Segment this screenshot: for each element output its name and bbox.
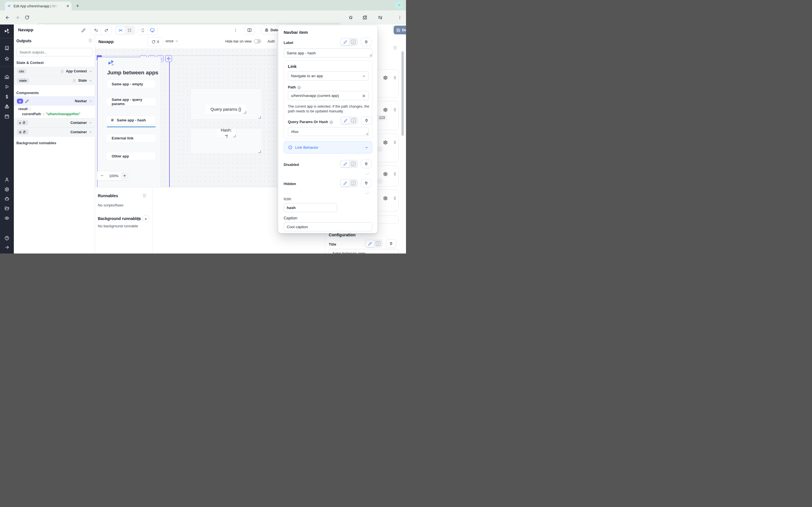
desktop-view-button[interactable] [147, 26, 157, 35]
tab-strip-chevron-button[interactable] [395, 1, 403, 9]
chevron-up-icon[interactable] [89, 99, 92, 104]
connect-button[interactable] [361, 179, 371, 187]
search-outputs-input[interactable] [16, 48, 93, 56]
link-behavior-collapsible[interactable]: Link Behavior [284, 141, 372, 154]
component-row-d[interactable]: d Container [14, 127, 95, 136]
expression-button[interactable]: f [374, 240, 382, 247]
resize-handle[interactable] [370, 54, 372, 57]
nav-item-active[interactable]: Same app - hash [107, 116, 156, 124]
static-value-button[interactable] [341, 161, 349, 167]
connect-button[interactable] [361, 38, 371, 46]
connect-button[interactable] [361, 116, 372, 125]
clear-path-button[interactable] [362, 94, 366, 98]
item-drag-handle[interactable] [393, 75, 397, 80]
redo-button[interactable] [101, 26, 111, 35]
item-settings-button[interactable] [383, 195, 388, 201]
rail-item-users[interactable] [0, 176, 14, 183]
resize-handle[interactable] [366, 133, 368, 135]
resize-handle[interactable] [258, 151, 261, 153]
nav-item[interactable]: Same app - empty [107, 80, 156, 88]
zoom-in-button[interactable]: + [121, 172, 129, 179]
item-settings-button[interactable] [383, 75, 388, 80]
playlist-button[interactable] [376, 13, 384, 21]
item-drag-handle[interactable] [393, 195, 397, 201]
bookmark-button[interactable] [347, 13, 355, 21]
label-input[interactable] [284, 48, 372, 57]
rail-item-runs[interactable] [0, 83, 14, 91]
panel-toggle-icon[interactable] [393, 45, 397, 50]
static-value-button[interactable] [341, 117, 350, 124]
reload-button[interactable] [23, 13, 31, 21]
zoom-out-button[interactable]: − [97, 171, 107, 180]
edit-id-button[interactable] [25, 99, 29, 104]
expression-button[interactable]: f [350, 117, 357, 124]
chevron-down-icon[interactable] [89, 129, 92, 135]
browser-tab[interactable]: Edit App u/henri/navapp | Win ✕ [5, 2, 71, 10]
rail-expand-button[interactable] [0, 244, 14, 251]
resize-handle[interactable] [233, 135, 236, 137]
panel-toggle-icon[interactable] [88, 38, 93, 43]
nav-item[interactable]: External link [107, 134, 156, 142]
output-row-ctx[interactable]: ctx App Context [14, 67, 95, 76]
rail-item-folders[interactable] [0, 205, 14, 212]
undo-button[interactable] [91, 26, 101, 35]
chevron-down-icon[interactable] [89, 78, 92, 83]
browser-menu-button[interactable] [396, 13, 404, 21]
new-tab-button[interactable]: + [74, 2, 81, 10]
icon-input[interactable] [284, 203, 337, 212]
expression-button[interactable]: f [349, 180, 357, 186]
hide-bar-toggle[interactable] [254, 39, 261, 43]
link-kind-select[interactable]: Navigate to an app [288, 71, 369, 80]
rail-item-favorites[interactable] [0, 55, 14, 62]
output-row-state[interactable]: state State [14, 76, 95, 85]
app-canvas[interactable]: a Jump between apps Same app - empty Sam… [95, 48, 277, 187]
expand-canvas-button[interactable] [125, 26, 134, 35]
rail-item-schedules[interactable] [0, 113, 14, 120]
add-background-runnable-button[interactable]: + [142, 215, 149, 222]
query-params-container[interactable]: Query params {} [190, 89, 262, 120]
mobile-view-button[interactable] [138, 26, 147, 35]
expression-button[interactable]: f [349, 161, 357, 167]
header-more-button[interactable] [234, 27, 238, 33]
move-component-button[interactable] [165, 55, 172, 62]
title-input[interactable] [329, 249, 399, 253]
component-row-navbar[interactable]: a Navbar [14, 96, 95, 106]
rail-item-resources[interactable] [0, 103, 14, 110]
rail-item-audit-logs[interactable] [0, 214, 14, 222]
rail-item-workspace[interactable] [0, 44, 14, 52]
forward-button[interactable] [13, 13, 21, 21]
rail-item-help[interactable] [0, 234, 14, 242]
chevron-down-icon[interactable] [89, 69, 92, 74]
item-settings-button[interactable] [383, 107, 388, 112]
extensions-button[interactable] [361, 13, 369, 21]
item-settings-button[interactable] [383, 171, 388, 176]
rail-item-variables[interactable] [0, 93, 14, 100]
rail-item-home[interactable] [0, 73, 14, 80]
refresh-counter[interactable]: 0 [147, 37, 163, 47]
item-settings-button[interactable] [383, 140, 388, 145]
panel-scrollbar[interactable] [402, 51, 404, 136]
static-value-button[interactable] [341, 180, 349, 186]
nav-item[interactable]: Same app - query params [107, 98, 156, 106]
query-input[interactable] [288, 127, 369, 136]
back-button[interactable] [3, 13, 11, 21]
rail-item-workers[interactable] [0, 195, 14, 202]
hash-container[interactable]: Hash: "f [190, 128, 262, 154]
nav-item[interactable]: Other app [107, 152, 156, 160]
chevron-down-icon[interactable] [89, 120, 92, 125]
docs-button[interactable] [244, 25, 255, 34]
component-row-e[interactable]: e Container [14, 118, 95, 127]
tab-close-icon[interactable]: ✕ [66, 4, 69, 8]
static-value-button[interactable] [366, 240, 374, 247]
panel-toggle-icon[interactable] [142, 193, 147, 198]
windmill-logo[interactable] [0, 27, 14, 35]
rail-item-settings[interactable] [0, 186, 14, 193]
distribute-button[interactable] [116, 27, 124, 34]
refresh-mode-select[interactable]: once [165, 39, 179, 43]
static-value-button[interactable] [341, 39, 349, 45]
caption-input[interactable] [284, 222, 372, 231]
item-drag-handle[interactable] [393, 140, 397, 145]
rename-app-button[interactable] [82, 27, 86, 33]
deploy-button[interactable]: Deploy [394, 25, 406, 34]
connect-button[interactable] [361, 160, 371, 168]
